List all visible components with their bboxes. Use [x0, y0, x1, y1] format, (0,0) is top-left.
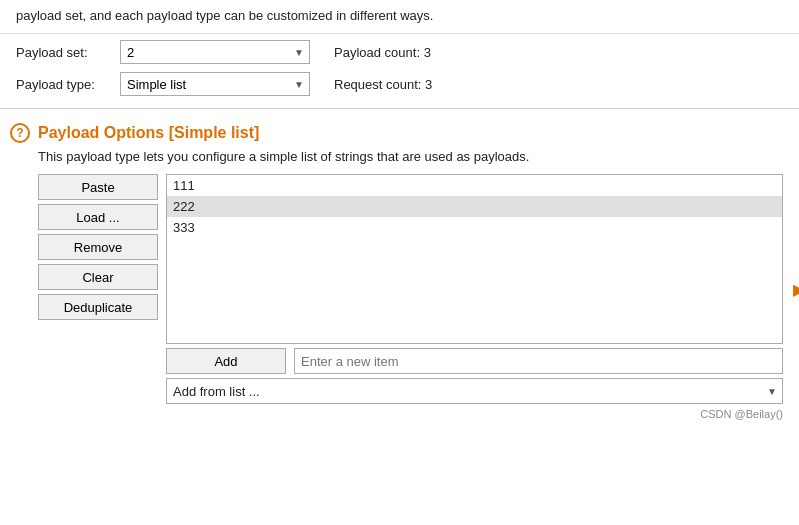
help-icon[interactable]: ? [10, 123, 30, 143]
section-description: This payload type lets you configure a s… [0, 147, 799, 174]
payload-type-label: Payload type: [16, 77, 96, 92]
add-row: Add [166, 348, 783, 374]
button-column: Paste Load ... Remove Clear Deduplicate [38, 174, 158, 404]
credit: CSDN @Beilay() [0, 404, 799, 424]
list-item[interactable]: 222 [167, 196, 782, 217]
list-item[interactable]: 111 [167, 175, 782, 196]
payload-count-stat: Payload count: 3 [334, 45, 431, 60]
payload-set-select[interactable]: 1 2 3 [120, 40, 310, 64]
add-item-input[interactable] [294, 348, 783, 374]
payload-set-select-wrapper: 1 2 3 ▼ [120, 40, 310, 64]
add-from-list-select[interactable]: Add from list ... [166, 378, 783, 404]
load-button[interactable]: Load ... [38, 204, 158, 230]
clear-button[interactable]: Clear [38, 264, 158, 290]
add-from-list-wrapper: Add from list ... ▼ [166, 378, 783, 404]
paste-button[interactable]: Paste [38, 174, 158, 200]
payload-list[interactable]: 111 222 333 [166, 174, 783, 344]
payload-type-select-wrapper: Simple list Runtime file Custom iterator… [120, 72, 310, 96]
section-title: Payload Options [Simple list] [38, 124, 259, 142]
payload-area: Paste Load ... Remove Clear Deduplicate … [0, 174, 799, 404]
add-button[interactable]: Add [166, 348, 286, 374]
payload-set-label: Payload set: [16, 45, 96, 60]
request-count-stat: Request count: 3 [334, 77, 432, 92]
arrow-right-icon: ▶ [793, 280, 799, 299]
list-item[interactable]: 333 [167, 217, 782, 238]
remove-button[interactable]: Remove [38, 234, 158, 260]
list-container: 111 222 333 ▶ Add Add from list ... ▼ [166, 174, 783, 404]
top-description: payload set, and each payload type can b… [0, 0, 799, 34]
payload-type-select[interactable]: Simple list Runtime file Custom iterator [120, 72, 310, 96]
deduplicate-button[interactable]: Deduplicate [38, 294, 158, 320]
section-header: ? Payload Options [Simple list] [0, 115, 799, 147]
